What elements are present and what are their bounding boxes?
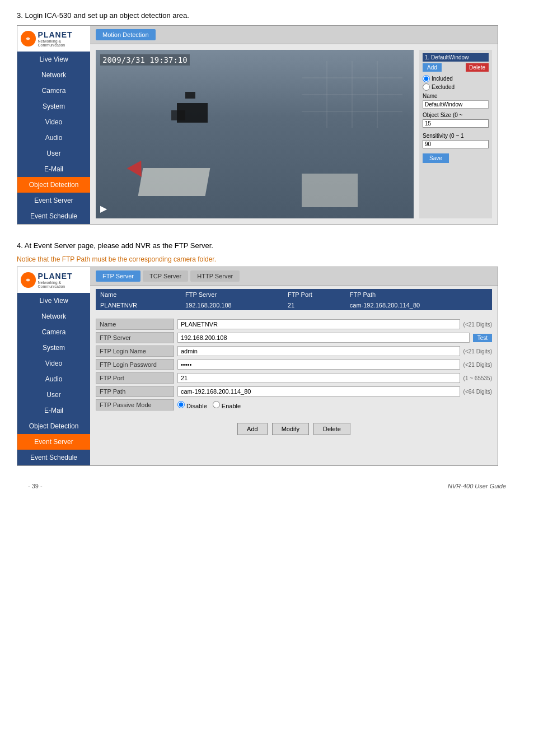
sidebar-item-liveview[interactable]: Live View [17, 52, 90, 67]
ftp-table: Name FTP Server FTP Port FTP Path PLANET… [96, 289, 492, 311]
row-ftpserver: 192.168.200.108 [181, 300, 283, 311]
enable-radio[interactable] [213, 401, 220, 408]
form-row-ftppath: FTP Path (<64 Digits) [96, 386, 492, 397]
form-row-loginname: FTP Login Name (<21 Digits) [96, 346, 492, 357]
form-row-name: Name (<21 Digits) [96, 319, 492, 330]
loginpassword-field-input[interactable] [177, 360, 460, 370]
page-footer: - 39 - NVR-400 User Guide [17, 483, 517, 489]
step4-main: FTP Server TCP Server HTTP Server Name F… [90, 267, 498, 465]
step4-logo-subtitle: Networking & Communication [38, 281, 87, 288]
step4-sidebar-video[interactable]: Video [17, 356, 90, 371]
sidebar-item-audio[interactable]: Audio [17, 130, 90, 146]
included-radio-label[interactable]: Included [423, 75, 489, 82]
sidebar-item-user[interactable]: User [17, 146, 90, 161]
ftp-table-header: Name FTP Server FTP Port FTP Path [96, 289, 492, 300]
sidebar-item-system[interactable]: System [17, 99, 90, 114]
camera-background: ▶ [96, 50, 414, 218]
delete-button[interactable]: Delete [466, 63, 489, 72]
sidebar-item-objectdetection[interactable]: Object Detection [17, 177, 90, 193]
passivemode-field-label: FTP Passive Mode [96, 399, 174, 410]
step3-main: Motion Detection [90, 26, 498, 224]
logo-subtitle: Networking & Communication [38, 39, 87, 47]
window-item[interactable]: 1. DefaultWindow [423, 53, 489, 62]
ceiling-svg [302, 61, 402, 128]
camera-feed: ▶ 2009/3/31 19:37:10 [96, 50, 414, 218]
ftpserver-field-input[interactable] [177, 333, 470, 343]
http-server-tab[interactable]: HTTP Server [190, 270, 240, 282]
name-input[interactable] [423, 100, 489, 109]
disable-radio-label[interactable]: Disable [177, 401, 207, 409]
white-shape-2 [302, 174, 358, 207]
step4-sidebar: PLANET Networking & Communication Live V… [17, 267, 90, 465]
include-exclude-group: Included Excluded [423, 75, 489, 91]
step4-sidebar-objectdetection[interactable]: Object Detection [17, 418, 90, 434]
step4-sidebar-audio[interactable]: Audio [17, 371, 90, 387]
test-button[interactable]: Test [473, 334, 492, 342]
sensitivity-input[interactable] [423, 140, 489, 148]
excluded-radio[interactable] [423, 83, 430, 91]
add-delete-row: Add Delete [423, 63, 489, 72]
tcp-server-tab[interactable]: TCP Server [143, 270, 188, 282]
sidebar-item-eventserver[interactable]: Event Server [17, 193, 90, 208]
name-field-area: Name [423, 93, 489, 109]
step4-logo: PLANET Networking & Communication [17, 267, 90, 293]
ftppath-field-hint: (<64 Digits) [463, 389, 492, 395]
step4-sidebar-eventserver[interactable]: Event Server [17, 434, 90, 450]
logo-planet-text: PLANET [38, 30, 87, 39]
step4-sidebar-system[interactable]: System [17, 340, 90, 356]
delete-ftp-button[interactable]: Delete [313, 423, 350, 435]
step3-panel: PLANET Networking & Communication Live V… [17, 25, 498, 225]
white-shape-1 [138, 168, 210, 196]
ftp-table-body: PLANETNVR 192.168.200.108 21 cam-192.168… [96, 300, 492, 311]
save-button[interactable]: Save [423, 153, 449, 163]
ftppath-field-label: FTP Path [96, 386, 174, 397]
form-row-passivemode: FTP Passive Mode Disable Enable [96, 399, 492, 410]
step3-topbar: Motion Detection [90, 26, 498, 44]
name-field-label: Name [96, 319, 174, 330]
sidebar-item-camera[interactable]: Camera [17, 83, 90, 99]
document-title: NVR-400 User Guide [448, 483, 506, 489]
step4-topbar: FTP Server TCP Server HTTP Server [90, 267, 498, 286]
step4-logo-text: PLANET Networking & Communication [38, 272, 87, 288]
sidebar-item-eventschedule[interactable]: Event Schedule [17, 208, 90, 224]
detection-box-2 [171, 110, 185, 120]
ftppath-field-input[interactable] [177, 386, 460, 396]
col-ftppath: FTP Path [345, 289, 492, 300]
add-ftp-button[interactable]: Add [237, 423, 268, 435]
motion-detection-tab[interactable]: Motion Detection [96, 29, 156, 40]
bottom-buttons: Add Modify Delete [90, 418, 498, 440]
row-ftpport: 21 [283, 300, 345, 311]
enable-radio-label[interactable]: Enable [213, 401, 241, 409]
sidebar-item-email[interactable]: E-Mail [17, 161, 90, 177]
ftpport-field-input[interactable] [177, 373, 460, 383]
add-button[interactable]: Add [423, 63, 442, 72]
object-size-input[interactable] [423, 119, 489, 128]
ftp-server-tab[interactable]: FTP Server [96, 270, 140, 282]
detection-box-3 [185, 92, 195, 99]
step4-sidebar-liveview[interactable]: Live View [17, 293, 90, 309]
step4-sidebar-email[interactable]: E-Mail [17, 403, 90, 418]
step4-sidebar-user[interactable]: User [17, 387, 90, 403]
loginpassword-field-hint: (<21 Digits) [463, 362, 492, 368]
table-row[interactable]: PLANETNVR 192.168.200.108 21 cam-192.168… [96, 300, 492, 311]
included-radio[interactable] [423, 75, 430, 82]
logo-text: PLANET Networking & Communication [38, 30, 87, 47]
sidebar-item-network[interactable]: Network [17, 67, 90, 83]
name-field-input[interactable] [177, 319, 460, 329]
header-row: Name FTP Server FTP Port FTP Path [96, 289, 492, 300]
step3-header: 3. Login ICA-530 and set up an object de… [17, 11, 517, 20]
step4-sidebar-network[interactable]: Network [17, 309, 90, 324]
step4-sidebar-eventschedule[interactable]: Event Schedule [17, 450, 90, 465]
play-button[interactable]: ▶ [100, 203, 107, 214]
sensitivity-label: Sensitivity (0 ~ 1 [423, 133, 489, 139]
modify-ftp-button[interactable]: Modify [272, 423, 309, 435]
excluded-radio-label[interactable]: Excluded [423, 83, 489, 91]
step3-camera-area: ▶ 2009/3/31 19:37:10 1. DefaultWindow Ad… [90, 44, 498, 224]
logo-icon [21, 31, 36, 46]
object-size-label: Object Size (0 ~ [423, 112, 489, 118]
step4-sidebar-camera[interactable]: Camera [17, 324, 90, 340]
name-label: Name [423, 93, 489, 99]
loginname-field-input[interactable] [177, 346, 460, 356]
sidebar-item-video[interactable]: Video [17, 114, 90, 130]
disable-radio[interactable] [177, 401, 185, 408]
